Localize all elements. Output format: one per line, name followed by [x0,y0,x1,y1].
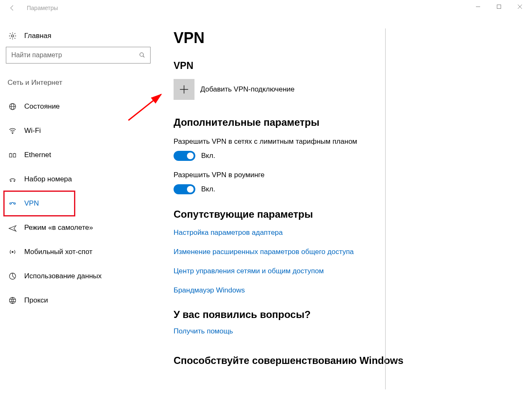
sidebar-item-label: Режим «в самолете» [24,224,93,232]
gear-icon [8,32,18,40]
svg-rect-11 [10,154,12,157]
hotspot-icon [8,248,18,256]
advanced-heading: Дополнительные параметры [174,117,519,128]
ethernet-icon [8,151,18,159]
svg-point-5 [140,53,143,56]
svg-point-15 [10,181,11,181]
vpn-section-heading: VPN [174,60,519,71]
sidebar-item-label: Состояние [24,102,60,111]
sidebar-item-label: Набор номера [24,175,72,183]
vpn-metered-label: Разрешить VPN в сетях с лимитным тарифны… [174,137,519,146]
vpn-metered-state: Вкл. [201,152,215,160]
svg-point-17 [10,203,11,204]
feedback-heading: Способствуйте совершенствованию Windows [174,355,519,366]
plus-icon [179,84,189,95]
link-advanced-sharing[interactable]: Изменение расширенных параметров общего … [174,248,519,256]
svg-rect-1 [497,5,501,9]
close-button[interactable] [509,0,530,13]
link-windows-firewall[interactable]: Брандмауэр Windows [174,286,519,295]
sidebar-item-wi-fi[interactable]: Wi-Fi [6,119,153,143]
svg-rect-12 [13,154,16,157]
svg-point-18 [14,203,15,204]
sidebar-item-label: VPN [24,199,39,208]
vpn-roaming-state: Вкл. [201,185,215,193]
svg-point-4 [11,35,13,37]
sidebar-item-прокси[interactable]: Прокси [6,288,153,313]
sidebar-item-label: Wi-Fi [24,127,41,135]
window-controls [468,0,530,13]
sidebar-item-состояние[interactable]: Состояние [6,94,153,119]
link-adapter-settings[interactable]: Настройка параметров адаптера [174,229,519,237]
sidebar-item-использование-данных[interactable]: Использование данных [6,264,153,288]
svg-line-6 [143,56,144,57]
sidebar-item-ethernet[interactable]: Ethernet [6,143,153,167]
data-usage-icon [8,272,18,280]
search-icon [138,51,146,59]
sidebar-item-vpn[interactable]: VPN [6,191,153,216]
sidebar-item-label: Мобильный хот-спот [24,248,92,256]
sidebar-home[interactable]: Главная [6,28,153,47]
sidebar-category: Сеть и Интернет [8,79,153,87]
back-button[interactable] [6,2,18,14]
svg-point-10 [12,133,13,134]
sidebar-item-набор-номера[interactable]: Набор номера [6,167,153,191]
vpn-metered-option: Разрешить VPN в сетях с лимитным тарифны… [174,137,519,161]
questions-heading: У вас появились вопросы? [174,309,519,320]
titlebar: Параметры [0,0,532,16]
dialup-icon [8,175,18,183]
sidebar-item-мобильный-хот-спот[interactable]: Мобильный хот-спот [6,240,153,264]
sidebar-item-label: Ethernet [24,151,51,159]
add-vpn-row[interactable]: Добавить VPN-подключение [174,79,519,100]
link-get-help[interactable]: Получить помощь [174,327,233,335]
divider-artifact [385,28,386,389]
sidebar-item-label: Использование данных [24,272,102,280]
add-vpn-label: Добавить VPN-подключение [200,85,294,94]
globe-icon [8,102,18,111]
vpn-roaming-option: Разрешить VPN в роуминге Вкл. [174,171,519,194]
airplane-icon [8,224,18,232]
sidebar-item-режим-в-самолете-[interactable]: Режим «в самолете» [6,216,153,240]
sidebar-nav: СостояниеWi-FiEthernetНабор номераVPNРеж… [6,94,153,313]
related-section: Сопутствующие параметры Настройка параме… [174,208,519,295]
search-input-container[interactable] [6,47,151,64]
link-network-sharing-center[interactable]: Центр управления сетями и общим доступом [174,267,519,275]
related-heading: Сопутствующие параметры [174,208,519,220]
questions-section: У вас появились вопросы? Получить помощь [174,309,519,336]
wifi-icon [8,127,18,135]
vpn-roaming-toggle[interactable] [174,184,195,194]
svg-point-16 [14,181,15,181]
svg-point-19 [12,251,13,252]
vpn-icon [8,199,18,208]
vpn-metered-toggle[interactable] [174,151,195,161]
search-input[interactable] [11,51,138,59]
content-area: VPN VPN Добавить VPN-подключение Дополни… [153,16,532,366]
sidebar-item-label: Прокси [24,296,48,305]
sidebar-home-label: Главная [24,32,51,40]
page-title: VPN [174,29,519,47]
sidebar: Главная Сеть и Интернет СостояниеWi-FiEt… [0,16,153,366]
window-title: Параметры [27,5,58,11]
vpn-roaming-label: Разрешить VPN в роуминге [174,171,519,179]
maximize-button[interactable] [489,0,509,13]
proxy-icon [8,296,18,305]
minimize-button[interactable] [468,0,489,13]
svg-point-21 [10,297,16,304]
add-vpn-button[interactable] [174,79,194,100]
